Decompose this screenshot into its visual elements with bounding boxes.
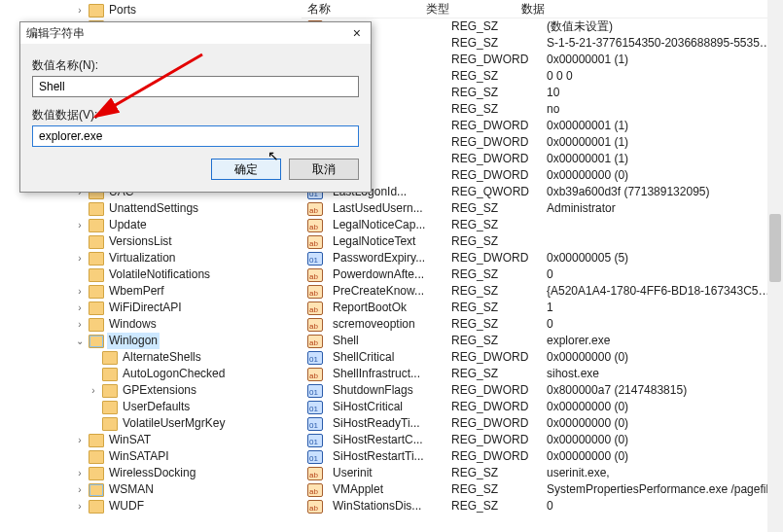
- value-row[interactable]: ...Co...REG_SZno: [302, 101, 783, 118]
- tree-item-label: Update: [107, 217, 149, 233]
- expand-icon[interactable]: ›: [74, 300, 86, 316]
- tree-item[interactable]: ›Windows: [0, 316, 292, 333]
- column-headers: 名称 类型 数据: [302, 0, 783, 18]
- col-name[interactable]: 名称: [302, 1, 420, 18]
- value-type: REG_SZ: [445, 85, 541, 101]
- value-row[interactable]: REG_DWORD0x00000001 (1): [302, 52, 783, 68]
- tree-item-label: WUDF: [107, 498, 146, 514]
- value-row[interactable]: ShutdownFlagsREG_DWORD0x800000a7 (214748…: [302, 382, 783, 399]
- scrollbar-thumb[interactable]: [769, 214, 781, 282]
- value-row[interactable]: LastUsedUsern...REG_SZAdministrator: [302, 200, 783, 217]
- expand-icon[interactable]: ⌄: [74, 333, 86, 349]
- expand-icon[interactable]: ›: [74, 283, 86, 300]
- value-row[interactable]: ...IDREG_SZS-1-5-21-3776154350-203668889…: [302, 35, 783, 52]
- value-row[interactable]: PreCreateKnow...REG_SZ{A520A1A4-1780-4FF…: [302, 283, 783, 300]
- cancel-button[interactable]: 取消: [289, 159, 359, 180]
- value-type: REG_DWORD: [445, 118, 541, 134]
- value-row[interactable]: LegalNoticeTextREG_SZ: [302, 233, 783, 250]
- value-row[interactable]: SiHostRestartTi...REG_DWORD0x00000000 (0…: [302, 448, 783, 465]
- value-row[interactable]: ShellREG_SZexplorer.exe: [302, 333, 783, 349]
- tree-item-label: WirelessDocking: [107, 465, 197, 481]
- tree-item[interactable]: AlternateShells: [0, 349, 292, 366]
- value-row[interactable]: LegalNoticeCap...REG_SZ: [302, 217, 783, 233]
- tree-item[interactable]: ›WinSAT: [0, 432, 292, 448]
- tree-item[interactable]: ›WiFiDirectAPI: [0, 300, 292, 316]
- folder-icon: [89, 268, 104, 282]
- tree-item[interactable]: VolatileUserMgrKey: [0, 415, 292, 432]
- col-type[interactable]: 类型: [420, 1, 516, 18]
- value-row[interactable]: SiHostCriticalREG_DWORD0x00000000 (0): [302, 399, 783, 415]
- value-row[interactable]: ...But...REG_DWORD0x00000001 (1): [302, 118, 783, 134]
- value-row[interactable]: REG_SZ0 0 0: [302, 68, 783, 85]
- expand-icon[interactable]: ›: [74, 316, 86, 333]
- value-row[interactable]: VMAppletREG_SZSystemPropertiesPerformanc…: [302, 481, 783, 498]
- expand-icon[interactable]: ›: [88, 382, 99, 399]
- tree-item[interactable]: ›GPExtensions: [0, 382, 292, 399]
- value-name: VMApplet: [327, 481, 445, 498]
- expand-icon[interactable]: ›: [74, 217, 86, 233]
- value-row[interactable]: SiHostReadyTi...REG_DWORD0x00000000 (0): [302, 415, 783, 432]
- value-row[interactable]: ...Lo...REG_DWORD0x00000000 (0): [302, 167, 783, 184]
- value-data-field[interactable]: [32, 125, 359, 147]
- value-row[interactable]: ...ns...REG_SZ10: [302, 85, 783, 101]
- tree-item[interactable]: ›Ports: [0, 2, 292, 18]
- value-data: explorer.exe: [541, 333, 783, 349]
- tree-item-label: AlternateShells: [121, 349, 203, 366]
- tree-item[interactable]: VolatileNotifications: [0, 266, 292, 283]
- edit-string-dialog: 编辑字符串 × 数值名称(N): 数值数据(V): 确定 取消: [19, 21, 372, 193]
- value-data: 0x00000001 (1): [541, 134, 783, 151]
- value-name: PasswordExpiry...: [327, 250, 445, 266]
- tree-item[interactable]: UserDefaults: [0, 399, 292, 415]
- dialog-title: 编辑字符串: [26, 25, 85, 42]
- value-row[interactable]: ...tIn...REG_DWORD0x00000001 (1): [302, 151, 783, 167]
- col-data[interactable]: 数据: [516, 1, 783, 18]
- tree-item[interactable]: WinSATAPI: [0, 448, 292, 465]
- expand-icon[interactable]: ›: [74, 250, 86, 266]
- value-row[interactable]: ReportBootOkREG_SZ1: [302, 300, 783, 316]
- binary-value-icon: [307, 450, 323, 464]
- value-name: SiHostRestartC...: [327, 432, 445, 448]
- tree-item[interactable]: VersionsList: [0, 233, 292, 250]
- tree-item-label: VolatileUserMgrKey: [121, 415, 227, 432]
- value-name: scremoveoption: [327, 316, 445, 333]
- value-row[interactable]: UserinitREG_SZuserinit.exe,: [302, 465, 783, 481]
- tree-item[interactable]: ›Update: [0, 217, 292, 233]
- tree-item[interactable]: ›WirelessDocking: [0, 465, 292, 481]
- folder-icon: [102, 368, 118, 381]
- dialog-titlebar[interactable]: 编辑字符串 ×: [20, 22, 371, 44]
- expand-icon[interactable]: ›: [74, 465, 86, 481]
- value-row[interactable]: scremoveoptionREG_SZ0: [302, 316, 783, 333]
- value-row[interactable]: SiHostRestartC...REG_DWORD0x00000000 (0): [302, 432, 783, 448]
- tree-item[interactable]: ›WSMAN: [0, 481, 292, 498]
- tree-item[interactable]: ⌄Winlogon: [0, 333, 292, 349]
- values-list[interactable]: REG_SZ(数值未设置)...IDREG_SZS-1-5-21-3776154…: [302, 18, 783, 514]
- tree-item-label: Winlogon: [107, 333, 160, 349]
- binary-value-icon: [307, 384, 323, 398]
- tree-item[interactable]: ›Virtualization: [0, 250, 292, 266]
- tree-item[interactable]: ›WUDF: [0, 498, 292, 514]
- value-row[interactable]: REG_SZ(数值未设置): [302, 18, 783, 35]
- value-type: REG_DWORD: [445, 151, 541, 167]
- expand-icon[interactable]: ›: [74, 498, 86, 514]
- scrollbar-vertical[interactable]: [767, 0, 783, 532]
- value-row[interactable]: PowerdownAfte...REG_SZ0: [302, 266, 783, 283]
- value-row[interactable]: ShellInfrastruct...REG_SZsihost.exe: [302, 366, 783, 382]
- value-row[interactable]: PasswordExpiry...REG_DWORD0x00000005 (5): [302, 250, 783, 266]
- value-row[interactable]: LastLogonId...REG_QWORD0xb39a600d3f (771…: [302, 184, 783, 200]
- value-type: REG_SZ: [445, 481, 541, 498]
- value-row[interactable]: WinStationsDis...REG_SZ0: [302, 498, 783, 514]
- close-icon[interactable]: ×: [349, 25, 365, 41]
- value-data: S-1-5-21-3776154350-2036688895-55356700.…: [541, 35, 783, 52]
- value-data: 0x00000000 (0): [541, 349, 783, 366]
- value-name-field[interactable]: [32, 76, 359, 97]
- expand-icon[interactable]: ›: [74, 481, 86, 498]
- tree-item[interactable]: UnattendSettings: [0, 200, 292, 217]
- tree-item[interactable]: AutoLogonChecked: [0, 366, 292, 382]
- expand-icon[interactable]: ›: [74, 432, 86, 448]
- expand-icon[interactable]: ›: [74, 2, 86, 18]
- tree-item[interactable]: ›WbemPerf: [0, 283, 292, 300]
- tree-item-label: Windows: [107, 316, 159, 333]
- tree-item-label: UnattendSettings: [107, 200, 200, 217]
- value-row[interactable]: ShellCriticalREG_DWORD0x00000000 (0): [302, 349, 783, 366]
- value-row[interactable]: REG_DWORD0x00000001 (1): [302, 134, 783, 151]
